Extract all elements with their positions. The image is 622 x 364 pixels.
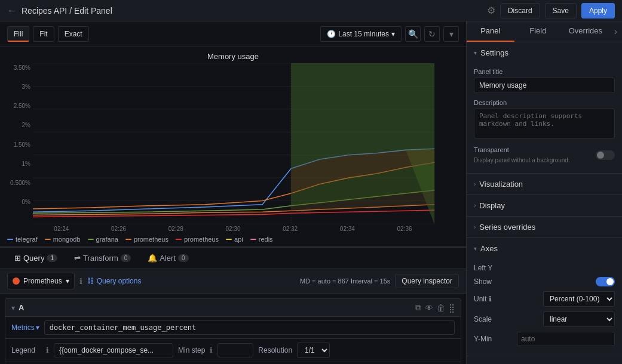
gear-icon[interactable]: ⚙ <box>487 5 495 16</box>
prometheus-bar: Prometheus ▾ ℹ ⛓ Query options MD = auto… <box>0 269 466 294</box>
unit-label: Unit ℹ <box>474 295 492 303</box>
unit-info-icon: ℹ <box>489 295 492 303</box>
info-icon[interactable]: ℹ <box>79 277 82 286</box>
y-min-label: Y-Min <box>474 335 492 343</box>
tab-transform[interactable]: ⇌ Transform 0 <box>67 248 138 270</box>
legend-input[interactable] <box>54 343 173 357</box>
table-icon: ⊞ <box>14 254 21 263</box>
alert-badge: 0 <box>178 254 189 262</box>
unit-select[interactable]: Percent (0-100) <box>543 291 615 307</box>
datasource-select[interactable]: Prometheus ▾ <box>7 273 75 289</box>
resolution-select[interactable]: 1/1 <box>297 343 330 358</box>
axes-header[interactable]: ▾ Axes <box>467 238 622 259</box>
axes-content: Left Y Show Unit ℹ Percent (0-100) Scale <box>467 259 622 356</box>
alert-icon: 🔔 <box>148 254 157 263</box>
collapse-icon[interactable]: ▾ <box>11 304 15 312</box>
min-step-input[interactable] <box>217 343 253 357</box>
exact-button[interactable]: Exact <box>58 26 89 42</box>
back-button[interactable]: ← <box>7 5 17 16</box>
chevron-down-icon: ▾ <box>474 50 477 56</box>
time-range-label: Last 15 minutes <box>338 30 389 38</box>
clock-icon: 🕐 <box>327 30 336 38</box>
transparent-toggle[interactable] <box>596 150 615 160</box>
save-button[interactable]: Save <box>545 3 577 18</box>
display-title: Display <box>479 201 505 210</box>
query-options-link[interactable]: ⛓ Query options <box>87 277 142 285</box>
hide-icon[interactable]: 👁 <box>425 303 433 313</box>
settings-content: Panel title Description Transparent Disp… <box>467 63 622 173</box>
chevron-down-icon: ▾ <box>36 323 39 332</box>
legend-label: Legend <box>11 346 41 354</box>
transparent-sub: Display panel without a background. <box>474 157 570 164</box>
chart-svg: 3.50% 3% 2.50% 2% 1.50% 1% 0.500% 0% <box>0 63 466 224</box>
legend-item-mongodb: mongodb <box>45 236 81 243</box>
transparent-label: Transparent <box>474 146 570 153</box>
axes-section: ▾ Axes Left Y Show Unit ℹ Percent (0-100… <box>467 238 622 356</box>
tab-panel[interactable]: Panel <box>467 21 514 42</box>
panel-tabs: Panel Field Overrides › <box>467 21 622 42</box>
settings-header[interactable]: ▾ Settings <box>467 42 622 63</box>
chevron-down-icon: ▾ <box>391 30 395 38</box>
legend-item-prometheus1: prometheus <box>125 236 168 243</box>
fit-button[interactable]: Fit <box>33 26 54 42</box>
format-row: Format Time series Instant Prometheus ℹ … <box>5 362 461 364</box>
axes-title: Axes <box>480 244 498 253</box>
page-title: Recipes API / Edit Panel <box>22 6 482 16</box>
scale-select[interactable]: linear <box>543 311 615 327</box>
chart-toolbar: Fill Fit Exact 🕐 Last 15 minutes ▾ 🔍 ↻ ▾ <box>0 21 466 47</box>
axes-ymin-field: Y-Min <box>474 332 615 346</box>
tab-alert[interactable]: 🔔 Alert 0 <box>140 248 195 270</box>
refresh-button[interactable]: ↻ <box>424 26 440 42</box>
tab-query[interactable]: ⊞ Query 1 <box>7 248 65 270</box>
settings-title: Settings <box>480 48 508 57</box>
description-field: Description <box>474 99 615 140</box>
show-label: Show <box>474 277 492 286</box>
description-textarea[interactable] <box>474 109 615 138</box>
axes-show-field: Show <box>474 277 615 286</box>
settings-section: ▾ Settings Panel title Description Trans… <box>467 42 622 174</box>
more-options-button[interactable]: ▾ <box>443 26 459 42</box>
tab-field[interactable]: Field <box>514 21 562 42</box>
apply-button[interactable]: Apply <box>581 3 615 18</box>
visualization-header[interactable]: › Visualization <box>467 174 622 195</box>
chain-icon: ⛓ <box>87 277 94 285</box>
zoom-out-button[interactable]: 🔍 <box>405 26 421 42</box>
panel-title-label: Panel title <box>474 68 615 75</box>
chevron-down-icon: ▾ <box>66 277 69 285</box>
show-toggle[interactable] <box>596 277 615 286</box>
chevron-right-icon: › <box>474 224 476 230</box>
nav-arrow-right[interactable]: › <box>609 21 622 42</box>
display-header[interactable]: › Display <box>467 195 622 216</box>
y-axis: 3.50% 3% 2.50% 2% 1.50% 1% 0.500% 0% <box>0 63 33 206</box>
legend-row: Legend ℹ Min step ℹ Resolution 1/1 <box>5 339 461 362</box>
visualization-title: Visualization <box>479 180 523 189</box>
axes-unit-field: Unit ℹ Percent (0-100) <box>474 291 615 307</box>
query-inspector-button[interactable]: Query inspector <box>395 274 459 288</box>
delete-icon[interactable]: 🗑 <box>437 303 445 313</box>
copy-icon[interactable]: ⧉ <box>415 303 421 313</box>
x-axis: 02:24 02:26 02:28 02:30 02:32 02:34 02:3… <box>0 224 466 232</box>
axes-scale-field: Scale linear <box>474 311 615 327</box>
discard-button[interactable]: Discard <box>500 3 540 18</box>
query-block-header: ▾ A ⧉ 👁 🗑 ⣿ <box>5 299 461 317</box>
metrics-select[interactable]: Metrics ▾ <box>11 323 39 332</box>
chevron-down-icon: ▾ <box>474 245 477 252</box>
panel-title-input[interactable] <box>474 78 615 93</box>
metrics-input[interactable] <box>44 320 455 335</box>
drag-icon[interactable]: ⣿ <box>449 303 455 313</box>
fill-button[interactable]: Fill <box>7 26 29 42</box>
chart-legend: telegraf mongodb grafana prometheus prom… <box>0 232 466 246</box>
y-min-input[interactable] <box>517 332 615 346</box>
description-label: Description <box>474 99 615 106</box>
time-range-button[interactable]: 🕐 Last 15 minutes ▾ <box>320 26 402 42</box>
chart-title: Memory usage <box>0 52 466 61</box>
query-label-a: A <box>19 303 24 312</box>
metrics-row: Metrics ▾ <box>5 317 461 339</box>
display-section: › Display <box>467 195 622 217</box>
min-step-info-icon: ℹ <box>210 346 213 354</box>
tab-overrides[interactable]: Overrides <box>562 21 609 42</box>
series-overrides-section: › Series overrides <box>467 217 622 238</box>
topbar: ← Recipes API / Edit Panel ⚙ Discard Sav… <box>0 0 622 21</box>
series-overrides-header[interactable]: › Series overrides <box>467 217 622 237</box>
main-layout: Fill Fit Exact 🕐 Last 15 minutes ▾ 🔍 ↻ ▾… <box>0 21 622 364</box>
